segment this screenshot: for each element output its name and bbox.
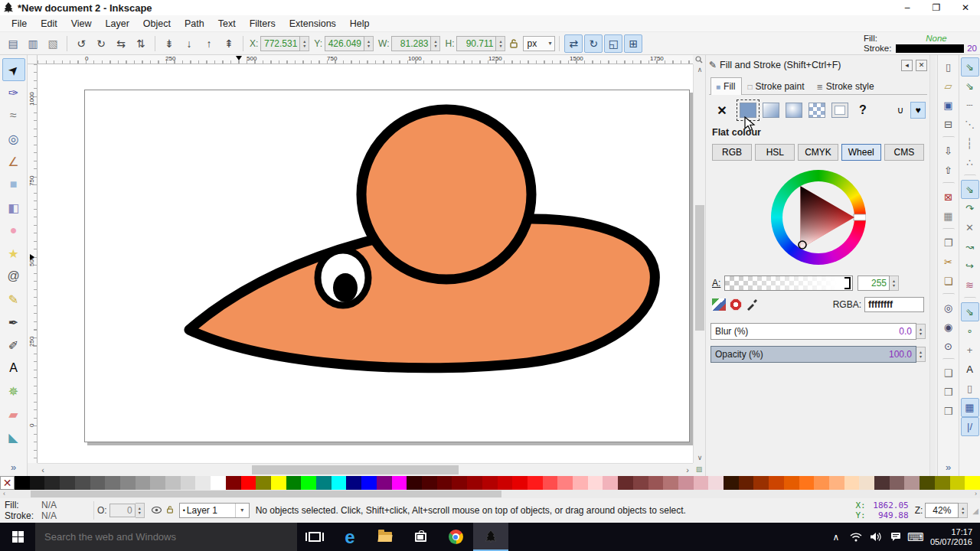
store-taskbar-icon[interactable]	[403, 523, 438, 551]
fill-rule-evenodd-button[interactable]: ♥	[910, 102, 926, 119]
vertical-scrollbar[interactable]: ∧ ∨	[693, 64, 705, 463]
star-tool[interactable]: ★	[2, 242, 25, 265]
fill-indicator-value[interactable]: None	[896, 34, 977, 44]
radial-gradient-button[interactable]	[784, 101, 804, 119]
taskbar-search[interactable]	[35, 523, 297, 551]
alpha-value-input[interactable]: 255	[858, 276, 890, 291]
palette-swatch[interactable]	[708, 476, 724, 490]
duplicate-button[interactable]: ❑	[939, 364, 958, 383]
palette-scrollbar[interactable]: ‹ ›	[0, 490, 980, 498]
palette-swatch[interactable]	[844, 476, 860, 490]
palette-swatch[interactable]	[316, 476, 332, 490]
scroll-right-icon[interactable]: ›	[682, 464, 693, 476]
palette-swatch[interactable]	[935, 476, 950, 490]
spin-down-icon[interactable]: ▾	[920, 331, 922, 336]
scroll-up-icon[interactable]: ∧	[694, 64, 706, 75]
close-document-button[interactable]: ⊠	[939, 187, 958, 207]
palette-swatch[interactable]	[15, 476, 30, 490]
save-button[interactable]: ▣	[939, 96, 958, 115]
rectangle-tool[interactable]: ■	[2, 173, 25, 196]
swatch-ring-icon[interactable]	[730, 298, 742, 311]
palette-swatch[interactable]	[859, 476, 874, 490]
notification-icon[interactable]	[886, 523, 906, 551]
blur-value[interactable]: 0.0	[899, 326, 912, 337]
ellipse-tool[interactable]: ●	[2, 219, 25, 242]
menu-item[interactable]: Object	[136, 17, 178, 31]
palette-swatch[interactable]	[663, 476, 678, 490]
snap-midpoints-button[interactable]: ≋	[961, 276, 979, 295]
cut-button[interactable]: ✂	[939, 253, 958, 272]
palette-swatch[interactable]	[784, 476, 799, 490]
palette-swatch[interactable]	[724, 476, 739, 490]
palette-swatch[interactable]	[346, 476, 361, 490]
palette-swatch[interactable]	[44, 476, 60, 490]
opacity-status-spinner[interactable]: ▴▾	[136, 503, 145, 518]
palette-swatch[interactable]	[286, 476, 302, 490]
palette-swatch[interactable]	[890, 476, 905, 490]
flip-horizontal-button[interactable]: ⇆	[112, 34, 130, 53]
palette-swatch[interactable]	[90, 476, 106, 490]
palette-swatch[interactable]	[165, 476, 181, 490]
palette-swatch[interactable]	[512, 476, 528, 490]
snap-bbox-midpoints-button[interactable]: ┆	[961, 134, 979, 153]
menu-item[interactable]: Path	[178, 17, 211, 31]
opacity-spinner[interactable]: ▴▾	[916, 347, 926, 362]
zoom-input[interactable]: 42%	[925, 503, 959, 518]
palette-swatch[interactable]	[256, 476, 271, 490]
bezier-tool[interactable]: ✒	[2, 311, 25, 334]
spin-down-icon[interactable]: ▾	[434, 44, 436, 48]
zoom-drawing-button[interactable]: ◉	[939, 318, 958, 337]
flip-vertical-button[interactable]: ⇅	[132, 34, 150, 53]
snap-bbox-corners-button[interactable]: ⋱	[961, 115, 979, 134]
panel-collapse-button[interactable]: ◂	[901, 60, 913, 71]
linear-gradient-button[interactable]	[761, 101, 781, 119]
unlink-clone-button[interactable]: ❒	[939, 402, 958, 421]
tweak-tool[interactable]: ≈	[2, 104, 25, 127]
scroll-right-icon[interactable]: ›	[975, 490, 977, 498]
snap-paths-button[interactable]: ↷	[961, 199, 979, 218]
zoom-page-button[interactable]: ⊙	[939, 337, 958, 356]
palette-swatch[interactable]	[226, 476, 241, 490]
snap-guides-button[interactable]: |/	[961, 417, 979, 436]
spray-tool[interactable]: ✵	[2, 380, 25, 403]
pencil-tool[interactable]: ✎	[2, 288, 25, 311]
opacity-slider[interactable]: Opacity (%) 100.0	[710, 346, 916, 363]
snap-grid-button[interactable]: ▦	[961, 398, 979, 417]
export-button[interactable]: ⇧	[939, 161, 958, 180]
snap-text-baseline-button[interactable]: A	[961, 360, 979, 379]
palette-swatch[interactable]	[482, 476, 498, 490]
tab-stroke-paint[interactable]: □Stroke paint	[742, 77, 811, 95]
no-color-swatch[interactable]: ✕	[0, 476, 15, 490]
selector-tool[interactable]: ➤	[2, 58, 25, 81]
snap-nodes-button[interactable]: ⇘	[961, 180, 979, 199]
affect-gradient-button[interactable]: ⊞	[624, 34, 642, 53]
start-button[interactable]	[0, 523, 35, 551]
select-all-layers-button[interactable]: ▥	[24, 34, 42, 53]
menu-item[interactable]: Edit	[34, 17, 64, 31]
eyedropper-icon[interactable]	[746, 298, 758, 311]
palette-swatch[interactable]	[543, 476, 558, 490]
minimize-button[interactable]: –	[893, 0, 922, 15]
alpha-spinner[interactable]: ▴▾	[890, 276, 899, 291]
spin-down-icon[interactable]: ▾	[139, 510, 141, 515]
snap-page-border-button[interactable]: ▯	[961, 379, 979, 398]
palette-swatch[interactable]	[528, 476, 543, 490]
palette-swatch[interactable]	[211, 476, 226, 490]
field-input[interactable]: 772.531	[260, 36, 300, 51]
vertical-scroll-thumb[interactable]	[695, 205, 704, 331]
palette-swatch[interactable]	[618, 476, 633, 490]
snap-button[interactable]	[964, 174, 976, 180]
opacity-value[interactable]: 100.0	[889, 349, 912, 360]
palette-swatch[interactable]	[799, 476, 815, 490]
tab-stroke-style[interactable]: ≣Stroke style	[811, 77, 880, 95]
palette-swatch[interactable]	[241, 476, 256, 490]
alpha-slider-handle[interactable]	[844, 277, 851, 289]
stroke-width-value[interactable]: 20	[967, 44, 977, 54]
palette-swatch[interactable]	[136, 476, 151, 490]
mode-wheel-button[interactable]: Wheel	[841, 144, 881, 161]
palette-swatch[interactable]	[407, 476, 422, 490]
menu-item[interactable]: Layer	[99, 17, 136, 31]
palette-swatch[interactable]	[452, 476, 467, 490]
field-spinner[interactable]: ▴▾	[364, 36, 374, 51]
zoom-spinner[interactable]: ▴▾	[959, 503, 968, 518]
